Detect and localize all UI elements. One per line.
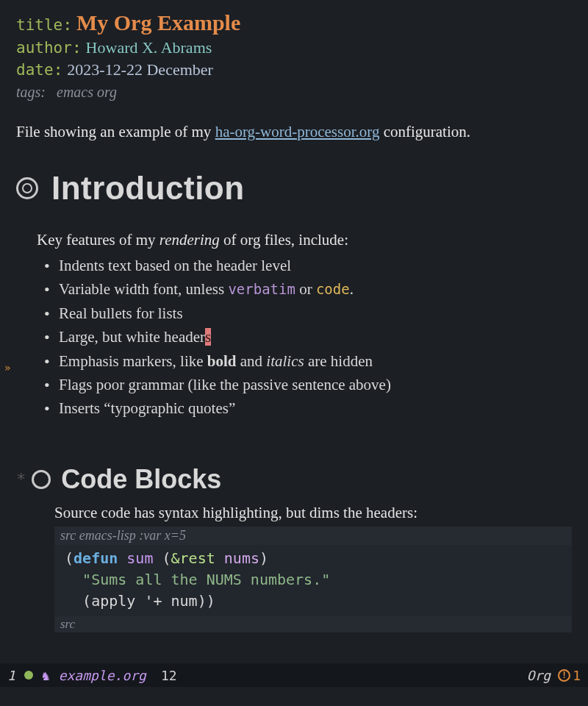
meta-date: date: 2023-12-22 December xyxy=(16,60,572,79)
h2-text: Code Blocks xyxy=(61,464,221,495)
src-end-line: src xyxy=(54,616,572,632)
minibuffer[interactable] xyxy=(0,687,588,706)
text-cursor: s xyxy=(205,328,211,346)
heading-bullet-icon xyxy=(16,177,38,199)
src-begin-line: src emacs-lisp :var x=5 xyxy=(54,527,572,545)
fringe-indicator-icon: » xyxy=(4,362,10,374)
config-link[interactable]: ha-org-word-processor.org xyxy=(215,123,380,140)
list-item: Variable width font, unless verbatim or … xyxy=(37,278,572,300)
heading-code-blocks[interactable]: * Code Blocks xyxy=(16,464,572,495)
list-item: Emphasis markers, like bold and italics … xyxy=(37,350,572,372)
tags-value: emacs org xyxy=(57,84,117,100)
modeline[interactable]: 1 ♞ example.org 12 Org ! 1 xyxy=(0,663,588,687)
meta-key-date: date xyxy=(16,61,54,79)
meta-key-tags: tags: xyxy=(16,84,46,100)
heading-introduction[interactable]: Introduction xyxy=(16,170,572,207)
buffer-state-icon xyxy=(24,671,33,680)
author-value: Howard X. Abrams xyxy=(86,38,212,57)
src-body[interactable]: (defun sum (&rest nums) "Sums all the NU… xyxy=(54,545,572,616)
code-intro-text: Source code has syntax highlighting, but… xyxy=(54,504,572,522)
warning-count: 1 xyxy=(573,668,581,683)
buffer-name[interactable]: example.org xyxy=(59,668,146,683)
meta-author: author: Howard X. Abrams xyxy=(16,38,572,57)
meta-tags: tags: emacs org xyxy=(16,84,572,101)
meta-key-title: title xyxy=(16,16,62,34)
project-icon: ♞ xyxy=(42,668,50,683)
features-block: Key features of my rendering of org file… xyxy=(37,229,572,420)
source-block[interactable]: src emacs-lisp :var x=5 (defun sum (&res… xyxy=(54,527,572,632)
major-mode[interactable]: Org xyxy=(527,668,551,683)
flycheck-warning[interactable]: ! 1 xyxy=(558,668,581,683)
warning-icon: ! xyxy=(558,669,570,682)
date-value: 2023-12-22 December xyxy=(67,60,213,79)
meta-key-author: author xyxy=(16,39,72,57)
list-item: Inserts “typographic quotes” xyxy=(37,397,572,419)
title-value: My Org Example xyxy=(76,10,240,35)
list-item: Large, but white headers xyxy=(37,326,572,348)
list-item: Real bullets for lists xyxy=(37,302,572,324)
h1-text: Introduction xyxy=(51,170,245,207)
editor-buffer[interactable]: title: My Org Example author: Howard X. … xyxy=(0,0,588,662)
window-number: 1 xyxy=(7,668,15,683)
heading-bullet-icon xyxy=(32,470,51,489)
list-item: Flags poor grammar (like the passive sen… xyxy=(37,374,572,396)
intro-paragraph: File showing an example of my ha-org-wor… xyxy=(16,121,572,142)
features-list: Indents text based on the header level V… xyxy=(37,254,572,420)
features-lead: Key features of my rendering of org file… xyxy=(37,229,572,251)
meta-title: title: My Org Example xyxy=(16,10,572,35)
heading-star-icon: * xyxy=(16,470,26,488)
list-item: Indents text based on the header level xyxy=(37,254,572,277)
line-number: 12 xyxy=(161,668,177,683)
